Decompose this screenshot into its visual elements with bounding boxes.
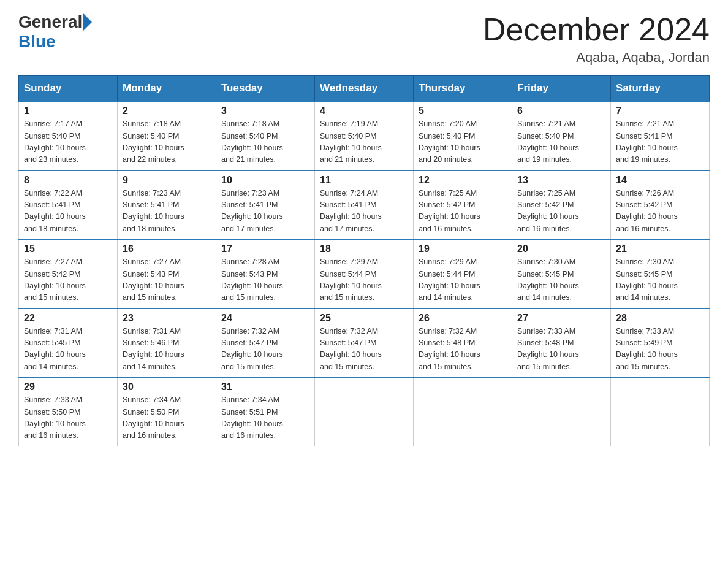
day-info: Sunrise: 7:26 AMSunset: 5:42 PMDaylight:… [616,189,678,233]
day-info: Sunrise: 7:18 AMSunset: 5:40 PMDaylight:… [221,120,283,164]
day-info: Sunrise: 7:18 AMSunset: 5:40 PMDaylight:… [123,120,184,164]
day-number: 13 [517,175,605,186]
calendar-cell: 24 Sunrise: 7:32 AMSunset: 5:47 PMDaylig… [216,308,315,378]
calendar-week-row: 8 Sunrise: 7:22 AMSunset: 5:41 PMDayligh… [19,170,710,240]
day-number: 19 [419,243,507,255]
day-number: 15 [24,243,112,255]
calendar-cell: 23 Sunrise: 7:31 AMSunset: 5:46 PMDaylig… [118,308,216,378]
calendar-cell [512,377,611,446]
day-info: Sunrise: 7:32 AMSunset: 5:47 PMDaylight:… [221,327,283,371]
day-number: 10 [221,175,309,186]
day-info: Sunrise: 7:32 AMSunset: 5:48 PMDaylight:… [419,327,480,371]
calendar-cell: 15 Sunrise: 7:27 AMSunset: 5:42 PMDaylig… [19,239,118,308]
calendar-cell: 13 Sunrise: 7:25 AMSunset: 5:42 PMDaylig… [512,170,611,240]
calendar-week-row: 22 Sunrise: 7:31 AMSunset: 5:45 PMDaylig… [19,308,710,378]
day-info: Sunrise: 7:23 AMSunset: 5:41 PMDaylight:… [221,189,283,233]
calendar-cell: 30 Sunrise: 7:34 AMSunset: 5:50 PMDaylig… [118,377,216,446]
day-number: 3 [221,105,309,117]
calendar-cell: 14 Sunrise: 7:26 AMSunset: 5:42 PMDaylig… [611,170,710,240]
calendar-header-row: SundayMondayTuesdayWednesdayThursdayFrid… [19,76,710,102]
logo-blue-text: Blue [18,32,56,52]
day-info: Sunrise: 7:32 AMSunset: 5:47 PMDaylight:… [320,327,382,371]
day-info: Sunrise: 7:28 AMSunset: 5:43 PMDaylight:… [221,258,283,302]
logo: General Blue [18,12,93,52]
calendar-cell: 20 Sunrise: 7:30 AMSunset: 5:45 PMDaylig… [512,239,611,308]
calendar-cell: 27 Sunrise: 7:33 AMSunset: 5:48 PMDaylig… [512,308,611,378]
day-info: Sunrise: 7:27 AMSunset: 5:43 PMDaylight:… [123,258,184,302]
day-number: 20 [517,243,605,255]
day-info: Sunrise: 7:19 AMSunset: 5:40 PMDaylight:… [320,120,382,164]
calendar-cell: 29 Sunrise: 7:33 AMSunset: 5:50 PMDaylig… [19,377,118,446]
day-number: 16 [123,243,211,255]
calendar-cell: 2 Sunrise: 7:18 AMSunset: 5:40 PMDayligh… [118,101,216,170]
day-number: 21 [616,243,704,255]
day-number: 12 [419,175,507,186]
day-info: Sunrise: 7:34 AMSunset: 5:51 PMDaylight:… [221,396,283,440]
calendar-cell: 18 Sunrise: 7:29 AMSunset: 5:44 PMDaylig… [315,239,414,308]
calendar-cell: 9 Sunrise: 7:23 AMSunset: 5:41 PMDayligh… [118,170,216,240]
calendar-cell: 1 Sunrise: 7:17 AMSunset: 5:40 PMDayligh… [19,101,118,170]
day-number: 6 [517,105,605,117]
column-header-monday: Monday [118,76,216,102]
day-info: Sunrise: 7:34 AMSunset: 5:50 PMDaylight:… [123,396,184,440]
calendar-cell [414,377,512,446]
calendar-cell: 31 Sunrise: 7:34 AMSunset: 5:51 PMDaylig… [216,377,315,446]
page-header: General Blue December 2024 Aqaba, Aqaba,… [18,12,710,66]
calendar-cell: 4 Sunrise: 7:19 AMSunset: 5:40 PMDayligh… [315,101,414,170]
calendar-cell: 6 Sunrise: 7:21 AMSunset: 5:40 PMDayligh… [512,101,611,170]
day-info: Sunrise: 7:17 AMSunset: 5:40 PMDaylight:… [24,120,86,164]
day-number: 30 [123,381,211,393]
calendar-cell [611,377,710,446]
calendar-week-row: 29 Sunrise: 7:33 AMSunset: 5:50 PMDaylig… [19,377,710,446]
location-subtitle: Aqaba, Aqaba, Jordan [483,50,710,66]
column-header-thursday: Thursday [414,76,512,102]
logo-arrow-icon [83,13,92,31]
day-number: 4 [320,105,408,117]
calendar-cell: 11 Sunrise: 7:24 AMSunset: 5:41 PMDaylig… [315,170,414,240]
day-info: Sunrise: 7:30 AMSunset: 5:45 PMDaylight:… [517,258,579,302]
day-info: Sunrise: 7:31 AMSunset: 5:45 PMDaylight:… [24,327,86,371]
day-info: Sunrise: 7:22 AMSunset: 5:41 PMDaylight:… [24,189,86,233]
column-header-wednesday: Wednesday [315,76,414,102]
calendar-cell: 3 Sunrise: 7:18 AMSunset: 5:40 PMDayligh… [216,101,315,170]
calendar-cell: 19 Sunrise: 7:29 AMSunset: 5:44 PMDaylig… [414,239,512,308]
day-number: 11 [320,175,408,186]
calendar-cell: 12 Sunrise: 7:25 AMSunset: 5:42 PMDaylig… [414,170,512,240]
calendar-table: SundayMondayTuesdayWednesdayThursdayFrid… [18,75,710,446]
day-number: 5 [419,105,507,117]
column-header-sunday: Sunday [19,76,118,102]
calendar-cell: 8 Sunrise: 7:22 AMSunset: 5:41 PMDayligh… [19,170,118,240]
day-info: Sunrise: 7:29 AMSunset: 5:44 PMDaylight:… [320,258,382,302]
calendar-cell: 5 Sunrise: 7:20 AMSunset: 5:40 PMDayligh… [414,101,512,170]
day-number: 2 [123,105,211,117]
calendar-cell: 26 Sunrise: 7:32 AMSunset: 5:48 PMDaylig… [414,308,512,378]
column-header-friday: Friday [512,76,611,102]
calendar-week-row: 15 Sunrise: 7:27 AMSunset: 5:42 PMDaylig… [19,239,710,308]
calendar-cell: 22 Sunrise: 7:31 AMSunset: 5:45 PMDaylig… [19,308,118,378]
day-number: 22 [24,313,112,324]
calendar-cell: 7 Sunrise: 7:21 AMSunset: 5:41 PMDayligh… [611,101,710,170]
day-number: 27 [517,313,605,324]
day-number: 18 [320,243,408,255]
day-info: Sunrise: 7:27 AMSunset: 5:42 PMDaylight:… [24,258,86,302]
day-number: 23 [123,313,211,324]
day-info: Sunrise: 7:33 AMSunset: 5:49 PMDaylight:… [616,327,678,371]
day-number: 1 [24,105,112,117]
day-number: 14 [616,175,704,186]
calendar-cell: 10 Sunrise: 7:23 AMSunset: 5:41 PMDaylig… [216,170,315,240]
day-number: 31 [221,381,309,393]
day-number: 24 [221,313,309,324]
day-number: 28 [616,313,704,324]
day-info: Sunrise: 7:30 AMSunset: 5:45 PMDaylight:… [616,258,678,302]
day-number: 7 [616,105,704,117]
day-info: Sunrise: 7:25 AMSunset: 5:42 PMDaylight:… [419,189,480,233]
calendar-cell: 21 Sunrise: 7:30 AMSunset: 5:45 PMDaylig… [611,239,710,308]
day-info: Sunrise: 7:20 AMSunset: 5:40 PMDaylight:… [419,120,480,164]
day-number: 9 [123,175,211,186]
calendar-cell: 28 Sunrise: 7:33 AMSunset: 5:49 PMDaylig… [611,308,710,378]
day-info: Sunrise: 7:33 AMSunset: 5:48 PMDaylight:… [517,327,579,371]
day-number: 25 [320,313,408,324]
calendar-cell: 25 Sunrise: 7:32 AMSunset: 5:47 PMDaylig… [315,308,414,378]
day-info: Sunrise: 7:31 AMSunset: 5:46 PMDaylight:… [123,327,184,371]
calendar-cell [315,377,414,446]
